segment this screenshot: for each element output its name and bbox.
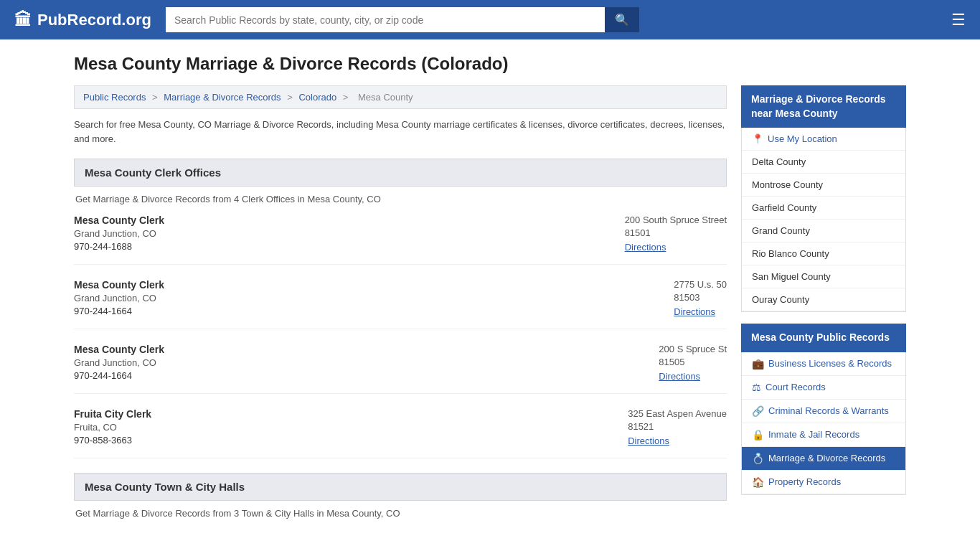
office-left-3: Mesa County Clerk Grand Junction, CO 970… xyxy=(74,344,164,382)
office-address-4: 325 East Aspen Avenue xyxy=(628,408,727,419)
county-item-ouray[interactable]: Ouray County xyxy=(742,288,905,311)
clerk-section-header: Mesa County Clerk Offices xyxy=(74,159,727,187)
office-city-1: Grand Junction, CO xyxy=(74,228,164,239)
sidebar: Marriage & Divorce Records near Mesa Cou… xyxy=(741,85,906,495)
page-container: Mesa County Marriage & Divorce Records (… xyxy=(60,39,920,543)
search-bar: 🔍 xyxy=(166,7,639,32)
office-city-2: Grand Junction, CO xyxy=(74,293,164,303)
page-title: Mesa County Marriage & Divorce Records (… xyxy=(74,54,906,74)
office-left-4: Fruita City Clerk Fruita, CO 970-858-366… xyxy=(74,408,151,446)
office-entry-4: Fruita City Clerk Fruita, CO 970-858-366… xyxy=(74,408,727,458)
breadcrumb-sep3: > xyxy=(343,92,351,103)
breadcrumb-sep2: > xyxy=(287,92,295,103)
office-entry-1: Mesa County Clerk Grand Junction, CO 970… xyxy=(74,215,727,265)
property-label: Property Records xyxy=(768,476,841,487)
office-right-4: 325 East Aspen Avenue 81521 Directions xyxy=(628,408,727,446)
directions-link-4[interactable]: Directions xyxy=(628,435,669,446)
office-phone-3: 970-244-1664 xyxy=(74,370,164,381)
breadcrumb: Public Records > Marriage & Divorce Reco… xyxy=(74,85,727,109)
county-item-grand[interactable]: Grand County xyxy=(742,220,905,242)
page-description: Search for free Mesa County, CO Marriage… xyxy=(74,118,727,146)
office-name-2: Mesa County Clerk xyxy=(74,279,164,291)
sidebar-item-property[interactable]: 🏠 Property Records xyxy=(742,471,905,494)
breadcrumb-marriage-records[interactable]: Marriage & Divorce Records xyxy=(164,92,281,103)
office-address-3: 200 S Spruce St xyxy=(659,344,727,354)
town-section-desc: Get Marriage & Divorce Records from 3 To… xyxy=(74,508,727,519)
office-entry-2: Mesa County Clerk Grand Junction, CO 970… xyxy=(74,279,727,329)
county-item-garfield[interactable]: Garfield County xyxy=(742,197,905,220)
county-item-sanmiguel[interactable]: San Miguel County xyxy=(742,265,905,288)
office-address-1: 200 South Spruce Street xyxy=(625,215,727,225)
breadcrumb-public-records[interactable]: Public Records xyxy=(83,92,146,103)
office-zip-4: 81521 xyxy=(628,421,727,432)
public-records-section: Mesa County Public Records 💼 Business Li… xyxy=(741,324,906,495)
office-address-2: 2775 U.s. 50 xyxy=(674,279,727,290)
marriage-icon: 💍 xyxy=(752,453,764,464)
office-phone-4: 970-858-3663 xyxy=(74,435,151,446)
nearby-list: 📍 Use My Location Delta County Montrose … xyxy=(741,128,906,312)
sidebar-item-criminal[interactable]: 🔗 Criminal Records & Warrants xyxy=(742,400,905,423)
inmate-icon: 🔒 xyxy=(752,429,764,441)
breadcrumb-sep1: > xyxy=(152,92,160,103)
office-zip-1: 81501 xyxy=(625,227,727,238)
court-label: Court Records xyxy=(765,382,826,392)
county-item-montrose[interactable]: Montrose County xyxy=(742,174,905,197)
office-phone-2: 970-244-1664 xyxy=(74,306,164,316)
office-phone-1: 970-244-1688 xyxy=(74,241,164,252)
criminal-label: Criminal Records & Warrants xyxy=(768,405,889,416)
use-location-label: Use My Location xyxy=(768,133,837,144)
hamburger-icon: ☰ xyxy=(951,11,966,29)
office-right-2: 2775 U.s. 50 81503 Directions xyxy=(674,279,727,317)
county-item-rioblanco[interactable]: Rio Blanco County xyxy=(742,242,905,265)
site-header: 🏛 PubRecord.org 🔍 ☰ xyxy=(0,0,980,39)
office-name-3: Mesa County Clerk xyxy=(74,344,164,355)
site-logo[interactable]: 🏛 PubRecord.org xyxy=(14,10,151,30)
inmate-label: Inmate & Jail Records xyxy=(768,429,859,440)
logo-icon: 🏛 xyxy=(14,10,32,30)
search-button[interactable]: 🔍 xyxy=(605,7,639,32)
logo-text: PubRecord.org xyxy=(37,11,151,29)
office-city-4: Fruita, CO xyxy=(74,422,151,433)
office-left-1: Mesa County Clerk Grand Junction, CO 970… xyxy=(74,215,164,253)
county-item-delta[interactable]: Delta County xyxy=(742,151,905,174)
clerk-section-desc: Get Marriage & Divorce Records from 4 Cl… xyxy=(74,194,727,204)
office-name-1: Mesa County Clerk xyxy=(74,215,164,226)
directions-link-3[interactable]: Directions xyxy=(659,371,700,382)
public-records-list: 💼 Business Licenses & Records ⚖ Court Re… xyxy=(741,352,906,495)
sidebar-item-court[interactable]: ⚖ Court Records xyxy=(742,376,905,400)
menu-button[interactable]: ☰ xyxy=(951,11,966,29)
office-entry-3: Mesa County Clerk Grand Junction, CO 970… xyxy=(74,344,727,394)
content-wrapper: Public Records > Marriage & Divorce Reco… xyxy=(74,85,906,529)
sidebar-item-marriage[interactable]: 💍 Marriage & Divorce Records xyxy=(742,447,905,471)
marriage-label: Marriage & Divorce Records xyxy=(768,453,885,463)
breadcrumb-mesa-county: Mesa County xyxy=(358,92,413,103)
directions-link-1[interactable]: Directions xyxy=(625,242,666,253)
property-icon: 🏠 xyxy=(752,476,764,488)
search-input[interactable] xyxy=(166,7,605,32)
office-zip-2: 81503 xyxy=(674,292,727,303)
directions-link-2[interactable]: Directions xyxy=(674,306,715,317)
breadcrumb-colorado[interactable]: Colorado xyxy=(298,92,336,103)
criminal-icon: 🔗 xyxy=(752,405,764,417)
business-label: Business Licenses & Records xyxy=(768,358,892,369)
office-name-4: Fruita City Clerk xyxy=(74,408,151,420)
main-content: Public Records > Marriage & Divorce Reco… xyxy=(74,85,727,529)
office-city-3: Grand Junction, CO xyxy=(74,357,164,368)
use-location-item[interactable]: 📍 Use My Location xyxy=(742,128,905,151)
sidebar-item-business[interactable]: 💼 Business Licenses & Records xyxy=(742,352,905,376)
public-records-header: Mesa County Public Records xyxy=(741,324,906,352)
nearby-header: Marriage & Divorce Records near Mesa Cou… xyxy=(741,85,906,128)
office-right-1: 200 South Spruce Street 81501 Directions xyxy=(625,215,727,253)
office-left-2: Mesa County Clerk Grand Junction, CO 970… xyxy=(74,279,164,317)
court-icon: ⚖ xyxy=(752,382,761,393)
business-icon: 💼 xyxy=(752,358,764,369)
sidebar-item-inmate[interactable]: 🔒 Inmate & Jail Records xyxy=(742,423,905,447)
town-section-header: Mesa County Town & City Halls xyxy=(74,473,727,501)
office-right-3: 200 S Spruce St 81505 Directions xyxy=(659,344,727,382)
office-zip-3: 81505 xyxy=(659,357,727,367)
search-icon: 🔍 xyxy=(615,14,629,26)
location-pin-icon: 📍 xyxy=(752,133,763,144)
